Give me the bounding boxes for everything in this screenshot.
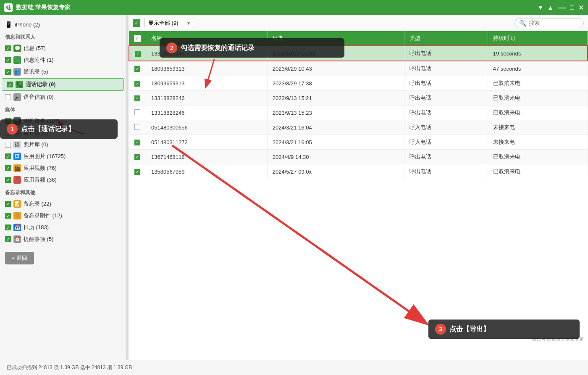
section-info-title: 信息和联系人 (0, 30, 126, 42)
maximize-icon[interactable]: □ (570, 4, 574, 11)
close-icon[interactable]: ✕ (578, 4, 584, 12)
signal-icon[interactable]: ▲ (547, 4, 553, 11)
msg-attach-icon: 📎 (13, 56, 21, 64)
checkbox-notes[interactable]: ✓ (5, 201, 11, 207)
row-checkbox-1[interactable]: ✓ (134, 66, 140, 72)
table-row: 133188282462023/9/13 15:23呼出电话已取消来电 (129, 106, 588, 120)
app-audio-icon: 🎵 (13, 176, 21, 184)
sidebar-item-notes[interactable]: ✓ 📝 备忘录 (22) (0, 198, 126, 210)
note-attach-icon: 📎 (13, 212, 21, 219)
back-button[interactable]: « 返回 (5, 252, 34, 264)
checkbox-voicemail[interactable] (5, 94, 11, 100)
checkbox-photo-library[interactable] (5, 142, 11, 148)
main-layout: 📱 iPhone (2) 信息和联系人 ✓ 💬 信息 (57) ✓ 📎 信息附件… (0, 15, 588, 360)
row-checkbox-6[interactable]: ✓ (134, 140, 140, 145)
sidebar-item-calendar[interactable]: ✓ 📅 日历 (183) (0, 222, 126, 233)
row-cell-type: 呼出电话 (404, 106, 488, 120)
table-row: ✓135805679892024/5/27 09:0x呼出电话已取消来电 (129, 164, 588, 179)
call-records-label: 通话记录 (9) (26, 81, 118, 88)
note-attach-label: 备忘录附件 (12) (24, 212, 121, 219)
minimize-icon[interactable]: — (558, 3, 566, 12)
app-icon: 蛙 (4, 3, 13, 12)
checkbox-reminders[interactable]: ✓ (5, 236, 11, 242)
annotation-badge-3: 3 (435, 324, 446, 335)
row-checkbox-3[interactable]: ✓ (134, 95, 140, 101)
device-label: iPhone (2) (15, 21, 40, 28)
msg-attach-label: 信息附件 (1) (24, 56, 121, 64)
row-cell-type: 呼出电话 (404, 76, 488, 91)
select-all-wrapper: ✓ (133, 19, 140, 27)
sidebar: 📱 iPhone (2) 信息和联系人 ✓ 💬 信息 (57) ✓ 📎 信息附件… (0, 15, 126, 360)
row-cell-date: 2023/8/29 17:38 (267, 76, 404, 91)
sidebar-item-contacts[interactable]: ✓ 👥 通讯录 (5) (0, 66, 126, 78)
row-checkbox-2[interactable]: ✓ (134, 81, 140, 87)
search-box: 🔍 (514, 18, 584, 28)
row-checkbox-5[interactable] (134, 124, 140, 130)
messages-label: 信息 (57) (24, 45, 121, 52)
header-checkbox[interactable]: ✓ (134, 35, 141, 42)
contacts-icon: 👥 (13, 68, 21, 76)
sidebar-item-message-attachments[interactable]: ✓ 📎 信息附件 (1) (0, 54, 126, 66)
back-button-area: « 返回 (0, 245, 126, 271)
table-row: ✓0514803112722024/3/21 16:05呼入电话未接来电 (129, 135, 588, 150)
row-checkbox-0[interactable]: ✓ (135, 51, 141, 57)
annotation-text-2: 勾选需要恢复的通话记录 (181, 44, 255, 53)
col-duration: 持续时间 (488, 31, 588, 46)
app-videos-icon: 🎬 (13, 164, 21, 172)
row-checkbox-7[interactable]: ✓ (134, 154, 140, 160)
photo-library-icon: 🖼 (13, 141, 21, 148)
select-all-checkbox[interactable]: ✓ (133, 19, 140, 27)
checkbox-app-audio[interactable]: ✓ (5, 177, 11, 183)
scan-info: 已成功扫描到 24813 项 1.39 GB 选中 24813 项 1.39 G… (7, 364, 132, 371)
sidebar-item-voicemail[interactable]: 🎤 语音信箱 (0) (0, 91, 126, 103)
table-body: ✓133188282462022/10/20 15:33呼出电话19 secon… (129, 46, 588, 179)
sidebar-item-call-records[interactable]: ✓ 📞 通话记录 (9) (2, 78, 124, 91)
app-images-label: 应用图片 (16725) (24, 153, 121, 160)
checkbox-app-images[interactable]: ✓ (5, 153, 11, 159)
checkbox-note-attach[interactable]: ✓ (5, 213, 11, 219)
filter-dropdown[interactable]: 显示全部 (9) 只显示勾选 只显示未勾选 (144, 18, 193, 28)
table-row: 0514803006562024/3/21 16:04呼入电话未接来电 (129, 120, 588, 135)
table-row: ✓180936593132023/8/29 17:38呼出电话已取消来电 (129, 76, 588, 91)
sidebar-item-app-audio[interactable]: ✓ 🎵 应用音频 (36) (0, 174, 126, 186)
col-checkbox: ✓ (129, 31, 146, 46)
row-cell-duration: 已取消来电 (488, 91, 588, 106)
row-cell-checkbox (129, 106, 146, 120)
sidebar-item-messages[interactable]: ✓ 💬 信息 (57) (0, 42, 126, 54)
notes-label: 备忘录 (22) (24, 200, 121, 208)
checkbox-contacts[interactable]: ✓ (5, 69, 11, 75)
checkbox-calendar[interactable]: ✓ (5, 224, 11, 230)
search-input[interactable] (529, 20, 579, 26)
row-cell-duration: 47 seconds (488, 61, 588, 76)
annotation-badge-1: 1 (7, 124, 18, 135)
sidebar-item-note-attachments[interactable]: ✓ 📎 备忘录附件 (12) (0, 210, 126, 222)
checkbox-msg-attach[interactable]: ✓ (5, 57, 11, 63)
annotation-3: 3 点击【导出】 (428, 320, 580, 339)
row-checkbox-4[interactable] (134, 109, 140, 115)
checkbox-app-videos[interactable]: ✓ (5, 165, 11, 171)
row-cell-name: 13580567989 (146, 164, 268, 179)
window-controls: ♥ ▲ — □ ✕ (538, 3, 584, 12)
sidebar-item-app-images[interactable]: ✓ 🖼 应用图片 (16725) (0, 151, 126, 162)
row-cell-checkbox: ✓ (129, 91, 146, 106)
notes-icon: 📝 (13, 200, 21, 208)
row-cell-duration: 19 seconds (488, 46, 588, 61)
row-cell-duration: 已取消来电 (488, 164, 588, 179)
row-cell-name: 051480300656 (146, 120, 268, 135)
row-cell-date: 2023/9/13 15:21 (267, 91, 404, 106)
row-cell-type: 呼出电话 (404, 61, 488, 76)
table-wrapper: ✓ 名称 日期 类型 持续时间 ✓133188282462022/10/20 1… (129, 31, 588, 360)
content-toolbar: ✓ 显示全部 (9) 只显示勾选 只显示未勾选 🔍 (129, 15, 588, 31)
row-cell-date: 2023/8/29 10:43 (267, 61, 404, 76)
row-cell-type: 呼入电话 (404, 135, 488, 150)
heart-icon[interactable]: ♥ (538, 4, 543, 11)
checkbox-messages[interactable]: ✓ (5, 45, 11, 51)
row-checkbox-8[interactable]: ✓ (134, 169, 140, 175)
calendar-icon: 📅 (13, 224, 21, 231)
sidebar-item-photo-library[interactable]: 🖼 照片库 (0) (0, 139, 126, 151)
sidebar-item-reminders[interactable]: ✓ ⏰ 提醒事项 (5) (0, 233, 126, 245)
device-icon: 📱 (5, 21, 12, 28)
voicemail-icon: 🎤 (13, 93, 21, 101)
checkbox-call-records[interactable]: ✓ (7, 82, 13, 87)
sidebar-item-app-videos[interactable]: ✓ 🎬 应用视频 (76) (0, 162, 126, 174)
